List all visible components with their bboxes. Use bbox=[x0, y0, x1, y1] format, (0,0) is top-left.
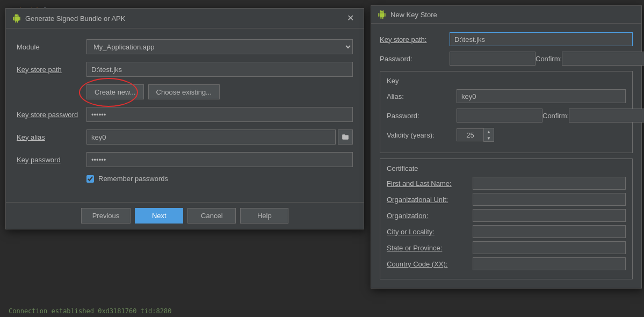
key-password-row: Key password bbox=[17, 152, 353, 167]
country-code-row: Country Code (XX): bbox=[387, 257, 626, 270]
org-unit-label-text: Organizational Unit: bbox=[387, 196, 448, 204]
status-text: Connection established 0xd3181760 tid:82… bbox=[9, 307, 171, 315]
state-province-input[interactable] bbox=[473, 241, 626, 254]
remember-passwords-row: Remember passwords bbox=[86, 175, 353, 183]
key-alias-input-wrap bbox=[86, 129, 353, 145]
key-section-title: Key bbox=[387, 77, 626, 85]
android-icon-right bbox=[378, 10, 386, 19]
organization-row: Organization: bbox=[387, 209, 626, 222]
nks-confirm-input[interactable] bbox=[562, 52, 644, 66]
first-last-name-label-text: First and Last Name: bbox=[387, 179, 452, 188]
key-alias-label: Key alias bbox=[17, 133, 86, 141]
first-last-name-row: First and Last Name: bbox=[387, 177, 626, 190]
key-store-password-label-text: Key store password bbox=[17, 111, 78, 119]
module-row: Module My_Application.app bbox=[17, 39, 353, 54]
dialog-title-bar-right: New Key Store bbox=[371, 6, 641, 24]
key-store-path-label: Key store path bbox=[17, 66, 86, 74]
country-code-input[interactable] bbox=[473, 257, 626, 270]
spinner-up-button[interactable]: ▲ bbox=[484, 128, 494, 135]
dialog-left-body: Module My_Application.app Key store path… bbox=[6, 28, 364, 202]
city-locality-row: City or Locality: bbox=[387, 225, 626, 238]
validity-label: Validity (years): bbox=[387, 131, 457, 139]
validity-row: Validity (years): ▲ ▼ bbox=[387, 128, 626, 142]
state-province-label-text: State or Province: bbox=[387, 244, 442, 252]
org-unit-input[interactable] bbox=[473, 193, 626, 206]
organization-input[interactable] bbox=[473, 209, 626, 222]
alias-input[interactable] bbox=[457, 89, 626, 103]
nks-path-label-text: Key store path: bbox=[380, 35, 426, 44]
key-store-path-label-text: Key store path bbox=[17, 66, 62, 74]
key-store-password-label: Key store password bbox=[17, 111, 86, 119]
choose-existing-button[interactable]: Choose existing... bbox=[148, 84, 220, 99]
create-new-button[interactable]: Create new... bbox=[86, 84, 144, 99]
status-bar: Connection established 0xd3181760 tid:82… bbox=[0, 305, 365, 317]
certificate-section-title: Certificate bbox=[387, 164, 626, 172]
key-alias-browse-button[interactable] bbox=[338, 129, 353, 145]
key-password-input[interactable] bbox=[86, 152, 353, 167]
nks-path-row: Key store path: bbox=[380, 32, 633, 46]
remember-passwords-checkbox[interactable] bbox=[86, 175, 94, 183]
first-last-name-input[interactable] bbox=[473, 177, 626, 190]
alias-row: Alias: bbox=[387, 89, 626, 103]
dialog-left-footer: Previous Next Cancel Help bbox=[6, 202, 364, 229]
key-store-password-input[interactable] bbox=[86, 107, 353, 122]
spinner-down-button[interactable]: ▼ bbox=[484, 135, 494, 141]
key-password-nks-label: Password: bbox=[387, 112, 457, 120]
nks-password-label: Password: bbox=[380, 55, 450, 63]
org-unit-label: Organizational Unit: bbox=[387, 196, 473, 204]
key-alias-label-text: Key alias bbox=[17, 133, 45, 141]
first-last-name-label: First and Last Name: bbox=[387, 179, 473, 188]
nks-confirm-label: Confirm: bbox=[536, 55, 562, 63]
key-confirm-nks-input[interactable] bbox=[569, 109, 644, 123]
title-bar-left-content: Generate Signed Bundle or APK bbox=[12, 14, 125, 23]
dialog-left-title: Generate Signed Bundle or APK bbox=[25, 15, 125, 23]
organization-label-text: Organization: bbox=[387, 212, 428, 220]
create-new-wrapper: Create new... bbox=[86, 84, 144, 99]
nks-password-input[interactable] bbox=[450, 52, 536, 66]
close-button-left[interactable]: ✕ bbox=[344, 13, 357, 24]
key-password-label-text: Key password bbox=[17, 156, 61, 164]
key-store-path-row: Key store path bbox=[17, 62, 353, 77]
new-key-store-body: Key store path: Password: Confirm: Key A… bbox=[371, 24, 641, 288]
help-button[interactable]: Help bbox=[240, 208, 288, 224]
key-store-path-input[interactable] bbox=[86, 62, 353, 77]
nks-password-row: Password: Confirm: bbox=[380, 52, 633, 66]
dialog-right-title: New Key Store bbox=[390, 11, 437, 19]
validity-spinner: ▲ ▼ bbox=[457, 128, 494, 142]
city-locality-label-text: City or Locality: bbox=[387, 228, 435, 236]
key-alias-input[interactable] bbox=[86, 129, 336, 145]
key-password-nks-input[interactable] bbox=[457, 109, 542, 123]
next-button[interactable]: Next bbox=[135, 208, 183, 224]
state-province-row: State or Province: bbox=[387, 241, 626, 254]
previous-button[interactable]: Previous bbox=[81, 208, 131, 224]
new-key-store-dialog: New Key Store Key store path: Password: … bbox=[371, 5, 642, 289]
key-password-label: Key password bbox=[17, 156, 86, 164]
key-section: Key Alias: Password: Confirm: Validity (… bbox=[380, 71, 633, 153]
org-unit-row: Organizational Unit: bbox=[387, 193, 626, 206]
certificate-section: Certificate First and Last Name: Organiz… bbox=[380, 158, 633, 279]
validity-input[interactable] bbox=[457, 128, 483, 141]
nks-path-label: Key store path: bbox=[380, 35, 450, 44]
key-store-password-row: Key store password bbox=[17, 107, 353, 122]
city-locality-input[interactable] bbox=[473, 225, 626, 238]
key-alias-row: Key alias bbox=[17, 129, 353, 145]
key-store-actions: Create new... Choose existing... bbox=[86, 84, 353, 99]
key-password-nks-row: Password: Confirm: bbox=[387, 109, 626, 123]
module-select[interactable]: My_Application.app bbox=[86, 39, 353, 54]
title-bar-right-content: New Key Store bbox=[378, 10, 437, 19]
city-locality-label: City or Locality: bbox=[387, 228, 473, 236]
organization-label: Organization: bbox=[387, 212, 473, 220]
key-confirm-nks-label: Confirm: bbox=[542, 112, 569, 120]
remember-passwords-label: Remember passwords bbox=[98, 175, 168, 183]
folder-icon bbox=[342, 133, 349, 141]
nks-path-input[interactable] bbox=[450, 32, 633, 46]
module-label: Module bbox=[17, 43, 86, 51]
alias-label: Alias: bbox=[387, 92, 457, 100]
country-code-label-text: Country Code (XX): bbox=[387, 260, 447, 268]
country-code-label: Country Code (XX): bbox=[387, 260, 473, 268]
generate-signed-dialog: Generate Signed Bundle or APK ✕ Module M… bbox=[5, 8, 364, 229]
dialog-title-bar-left: Generate Signed Bundle or APK ✕ bbox=[6, 9, 364, 28]
spinner-buttons: ▲ ▼ bbox=[483, 128, 494, 142]
cancel-button[interactable]: Cancel bbox=[187, 208, 236, 224]
state-province-label: State or Province: bbox=[387, 244, 473, 252]
